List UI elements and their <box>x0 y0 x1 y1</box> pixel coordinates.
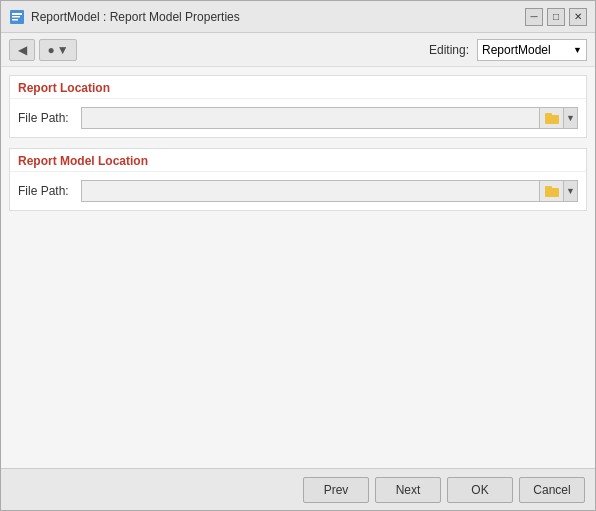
minimize-button[interactable]: ─ <box>525 8 543 26</box>
forward-icon: ● <box>47 43 54 57</box>
folder-icon-2 <box>545 186 559 197</box>
toolbar: ◀ ● ▼ Editing: ReportModel ▼ <box>1 33 595 67</box>
footer: Prev Next OK Cancel <box>1 468 595 510</box>
svg-rect-3 <box>12 19 18 21</box>
back-button[interactable]: ◀ <box>9 39 35 61</box>
report-model-location-body: File Path: ▼ <box>10 172 586 210</box>
report-location-file-label: File Path: <box>18 111 73 125</box>
maximize-button[interactable]: □ <box>547 8 565 26</box>
forward-dropdown-button[interactable]: ● ▼ <box>39 39 77 61</box>
prev-button[interactable]: Prev <box>303 477 369 503</box>
report-model-location-browse-button[interactable] <box>540 180 564 202</box>
report-model-location-browse-dropdown[interactable]: ▼ <box>564 180 578 202</box>
title-bar-left: ReportModel : Report Model Properties <box>9 9 240 25</box>
report-location-section: Report Location File Path: ▼ <box>9 75 587 138</box>
main-window: ReportModel : Report Model Properties ─ … <box>0 0 596 511</box>
report-location-input-group: ▼ <box>81 107 578 129</box>
report-location-file-input[interactable] <box>81 107 540 129</box>
editing-label: Editing: <box>429 43 469 57</box>
content-area: Report Location File Path: ▼ Report Mode… <box>1 67 595 468</box>
window-icon <box>9 9 25 25</box>
editing-value: ReportModel <box>482 43 551 57</box>
close-button[interactable]: ✕ <box>569 8 587 26</box>
folder-icon <box>545 113 559 124</box>
svg-rect-1 <box>12 13 22 15</box>
back-icon: ◀ <box>18 43 27 57</box>
toolbar-right: Editing: ReportModel ▼ <box>429 39 587 61</box>
title-bar: ReportModel : Report Model Properties ─ … <box>1 1 595 33</box>
toolbar-left: ◀ ● ▼ <box>9 39 77 61</box>
title-controls: ─ □ ✕ <box>525 8 587 26</box>
report-model-location-title: Report Model Location <box>10 149 586 172</box>
report-model-location-file-label: File Path: <box>18 184 73 198</box>
editing-select[interactable]: ReportModel ▼ <box>477 39 587 61</box>
report-location-field-row: File Path: ▼ <box>18 107 578 129</box>
next-button[interactable]: Next <box>375 477 441 503</box>
window-title: ReportModel : Report Model Properties <box>31 10 240 24</box>
report-location-title: Report Location <box>10 76 586 99</box>
report-model-location-file-input[interactable] <box>81 180 540 202</box>
report-model-location-field-row: File Path: ▼ <box>18 180 578 202</box>
report-model-location-input-group: ▼ <box>81 180 578 202</box>
cancel-button[interactable]: Cancel <box>519 477 585 503</box>
dropdown-arrow-icon: ▼ <box>57 43 69 57</box>
report-location-body: File Path: ▼ <box>10 99 586 137</box>
report-location-browse-dropdown[interactable]: ▼ <box>564 107 578 129</box>
editing-dropdown-icon: ▼ <box>573 45 582 55</box>
report-model-location-section: Report Model Location File Path: ▼ <box>9 148 587 211</box>
ok-button[interactable]: OK <box>447 477 513 503</box>
svg-rect-2 <box>12 16 20 18</box>
report-location-browse-button[interactable] <box>540 107 564 129</box>
